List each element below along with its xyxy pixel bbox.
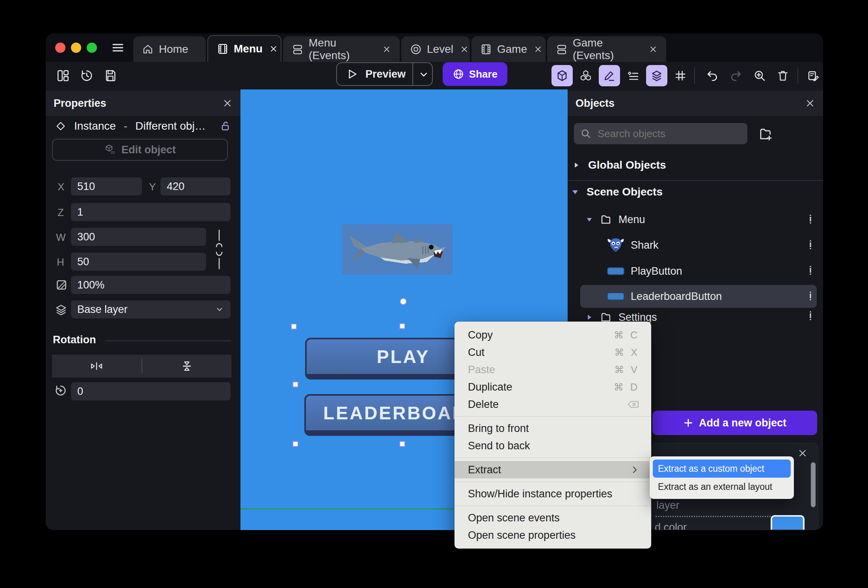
scrollbar-thumb[interactable] xyxy=(811,462,816,507)
chevron-down-icon[interactable] xyxy=(418,69,430,80)
scene-objects-section[interactable]: Scene Objects xyxy=(571,186,663,198)
close-tab-icon[interactable] xyxy=(269,45,278,53)
shark-sprite[interactable] xyxy=(342,224,453,275)
search-input[interactable] xyxy=(597,127,741,140)
layers-panel-icon[interactable] xyxy=(646,65,667,86)
close-tab-icon[interactable] xyxy=(382,45,391,54)
flip-horizontal-button[interactable] xyxy=(52,360,142,372)
close-tab-icon[interactable] xyxy=(649,45,658,54)
redo-icon[interactable] xyxy=(725,65,747,86)
row-menu-icon[interactable] xyxy=(809,290,813,304)
tree-row-playbutton[interactable]: PlayButton xyxy=(607,262,820,280)
save-icon[interactable] xyxy=(100,65,121,86)
tab-home[interactable]: Home xyxy=(133,36,206,62)
object-2d-icon: 2D xyxy=(104,144,116,156)
z-input[interactable] xyxy=(71,203,231,221)
add-folder-icon[interactable] xyxy=(758,127,773,141)
hamburger-menu-icon[interactable] xyxy=(111,41,125,54)
close-tab-icon[interactable] xyxy=(534,45,542,54)
close-panel-icon[interactable] xyxy=(797,448,808,458)
opacity-input[interactable] xyxy=(71,276,231,294)
tab-menu[interactable]: Menu xyxy=(207,35,281,62)
menu-item-delete[interactable]: Delete xyxy=(454,396,651,413)
toolbar-divider xyxy=(797,67,798,84)
dash: - xyxy=(124,120,127,132)
close-properties-icon[interactable] xyxy=(222,98,233,108)
edit-mode-icon[interactable] xyxy=(599,65,620,86)
tree-row-shark[interactable]: Shark xyxy=(607,236,820,254)
search-box[interactable] xyxy=(574,123,747,144)
menu-item-open-scene-properties[interactable]: Open scene properties xyxy=(454,527,651,544)
scene-icon xyxy=(480,43,492,55)
objects-panel-toggle-icon[interactable] xyxy=(551,65,573,86)
tab-menu-events[interactable]: Menu (Events) xyxy=(283,36,400,62)
edit-scene-properties-icon[interactable] xyxy=(803,65,824,86)
menu-item-send-to-back[interactable]: Send to back xyxy=(454,437,651,454)
object-groups-icon[interactable] xyxy=(575,65,596,86)
w-input[interactable] xyxy=(71,228,206,246)
h-input[interactable] xyxy=(71,253,206,271)
trash-icon[interactable] xyxy=(772,65,793,86)
zoom-in-icon[interactable] xyxy=(749,65,770,86)
instance-properties-icon[interactable] xyxy=(622,65,644,86)
scene-icon xyxy=(217,43,229,55)
menu-divider xyxy=(454,482,651,482)
panels-layout-icon[interactable] xyxy=(52,65,74,86)
share-button[interactable]: Share xyxy=(443,62,507,86)
row-menu-icon[interactable] xyxy=(809,213,813,227)
layer-select[interactable]: Base layer xyxy=(71,300,231,318)
tree-row-leaderboardbutton[interactable]: LeaderboardButton xyxy=(607,287,820,305)
link-width-height-icon[interactable] xyxy=(211,228,227,271)
close-window-button[interactable] xyxy=(55,43,65,53)
extract-submenu: Extract as a custom object Extract as an… xyxy=(650,456,794,499)
zoom-window-button[interactable] xyxy=(87,43,97,53)
search-icon xyxy=(580,128,591,139)
selection-handle-bottom-center[interactable] xyxy=(399,441,405,447)
preview-button[interactable]: Preview xyxy=(336,62,433,86)
menu-item-open-scene-events[interactable]: Open scene events xyxy=(454,509,651,527)
minimize-window-button[interactable] xyxy=(71,43,81,53)
add-new-object-button[interactable]: Add a new object xyxy=(652,411,817,435)
rotation-input[interactable] xyxy=(71,382,231,400)
history-icon[interactable] xyxy=(76,65,97,86)
menu-item-copy[interactable]: Copy⌘ C xyxy=(454,326,651,344)
tab-game[interactable]: Game xyxy=(471,36,546,62)
backspace-icon xyxy=(628,400,639,409)
global-objects-section[interactable]: Global Objects xyxy=(572,159,666,171)
rotate-handle[interactable] xyxy=(400,298,407,305)
color-field-fragment: d color xyxy=(655,521,687,530)
x-input[interactable] xyxy=(71,177,142,195)
unlock-icon[interactable] xyxy=(220,121,231,132)
flip-control xyxy=(52,355,231,378)
tab-game-events[interactable]: Game (Events) xyxy=(547,36,666,62)
y-input[interactable] xyxy=(160,177,231,195)
row-menu-icon[interactable] xyxy=(809,309,813,324)
edit-object-button[interactable]: 2D Edit object xyxy=(52,139,228,161)
menu-item-duplicate[interactable]: Duplicate⌘ D xyxy=(454,378,651,396)
selection-handle-top-center[interactable] xyxy=(399,323,405,329)
menu-item-show-hide-instance-properties[interactable]: Show/Hide instance properties xyxy=(454,485,651,502)
scene-objects-label: Scene Objects xyxy=(587,186,663,198)
play-button-label: PLAY xyxy=(377,346,430,367)
undo-icon[interactable] xyxy=(702,65,723,86)
grid-icon[interactable] xyxy=(670,65,691,86)
menu-item-cut[interactable]: Cut⌘ X xyxy=(454,344,651,361)
selection-handle-mid-left[interactable] xyxy=(292,381,298,387)
tree-row-menu-folder[interactable]: Menu xyxy=(585,211,818,228)
instance-header-row: Instance - Different obj… xyxy=(55,118,231,134)
tab-level[interactable]: Level xyxy=(401,36,470,62)
close-tab-icon[interactable] xyxy=(460,45,469,54)
row-menu-icon[interactable] xyxy=(809,238,813,253)
selection-handle-top-left[interactable] xyxy=(291,324,297,329)
menu-item-extract[interactable]: Extract xyxy=(454,461,651,478)
color-swatch[interactable] xyxy=(771,515,805,530)
submenu-item-extract-custom-object[interactable]: Extract as a custom object xyxy=(653,460,791,478)
menu-item-bring-to-front[interactable]: Bring to front xyxy=(454,420,651,437)
selection-handle-bottom-left[interactable] xyxy=(292,441,298,447)
globe-icon xyxy=(453,68,464,80)
submenu-item-extract-external-layout[interactable]: Extract as an external layout xyxy=(653,478,791,496)
close-objects-icon[interactable] xyxy=(805,98,815,108)
flip-vertical-button[interactable] xyxy=(142,359,232,373)
menu-item-paste[interactable]: Paste⌘ V xyxy=(454,361,651,378)
row-menu-icon[interactable] xyxy=(809,264,813,278)
